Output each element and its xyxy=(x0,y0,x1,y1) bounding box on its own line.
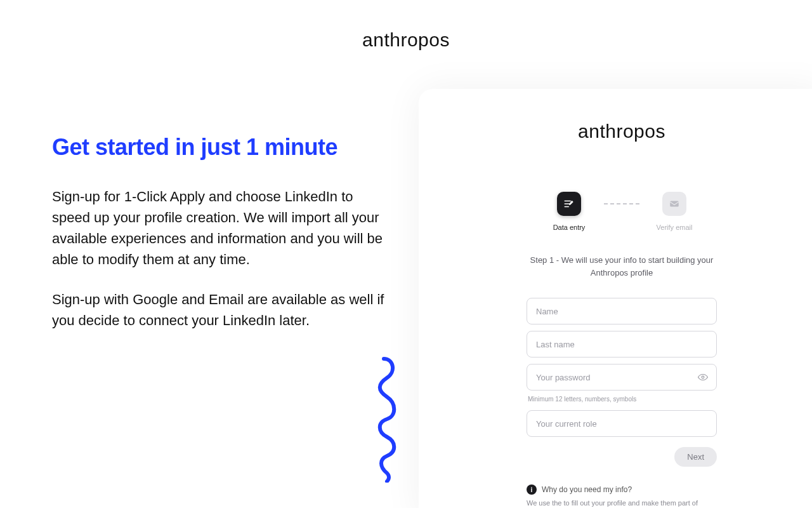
form-icon xyxy=(557,192,581,216)
card-brand-name: anthropos xyxy=(578,121,665,142)
name-input[interactable] xyxy=(527,298,717,324)
svg-rect-0 xyxy=(670,201,679,207)
step-verify-email-label: Verify email xyxy=(657,224,693,231)
signup-card: anthropos Data entry Verify email Step 1… xyxy=(419,89,812,508)
brand-header: anthropos xyxy=(0,29,812,51)
page: anthropos Get started in just 1 minute S… xyxy=(0,0,812,508)
lastname-input[interactable] xyxy=(527,331,717,358)
card-brand: anthropos xyxy=(457,121,787,142)
info-answer: We use the to fill out your profile and … xyxy=(527,498,717,508)
role-input[interactable] xyxy=(527,410,717,437)
squiggle-decoration xyxy=(362,356,406,483)
hero-paragraph-2: Sign-up with Google and Email are availa… xyxy=(52,289,395,331)
next-button[interactable]: Next xyxy=(674,447,717,467)
info-question: Why do you need my info? xyxy=(542,485,632,494)
mail-icon xyxy=(662,192,686,216)
password-input[interactable] xyxy=(527,364,717,391)
step-data-entry-label: Data entry xyxy=(553,224,586,231)
eye-icon xyxy=(697,371,709,383)
info-icon: i xyxy=(527,485,537,495)
form-actions: Next xyxy=(527,447,717,467)
step-verify-email: Verify email xyxy=(639,192,709,231)
hero-paragraph-1: Sign-up for 1-Click Apply and choose Lin… xyxy=(52,186,395,270)
brand-name: anthropos xyxy=(362,29,450,50)
info-row: i Why do you need my info? xyxy=(527,485,717,495)
step-description: Step 1 - We will use your info to start … xyxy=(520,254,723,279)
lastname-field-wrap xyxy=(527,331,717,358)
hero-title: Get started in just 1 minute xyxy=(52,133,395,161)
name-field-wrap xyxy=(527,298,717,324)
hero-section: Get started in just 1 minute Sign-up for… xyxy=(52,133,395,331)
signup-form: Minimum 12 letters, numbers, symbols xyxy=(527,298,717,437)
step-connector xyxy=(604,203,639,204)
toggle-password-visibility-button[interactable] xyxy=(695,370,710,385)
step-data-entry: Data entry xyxy=(534,192,604,231)
svg-point-1 xyxy=(702,376,704,378)
password-field-wrap xyxy=(527,364,717,391)
role-field-wrap xyxy=(527,410,717,437)
stepper: Data entry Verify email xyxy=(457,192,787,231)
password-hint: Minimum 12 letters, numbers, symbols xyxy=(527,396,717,403)
